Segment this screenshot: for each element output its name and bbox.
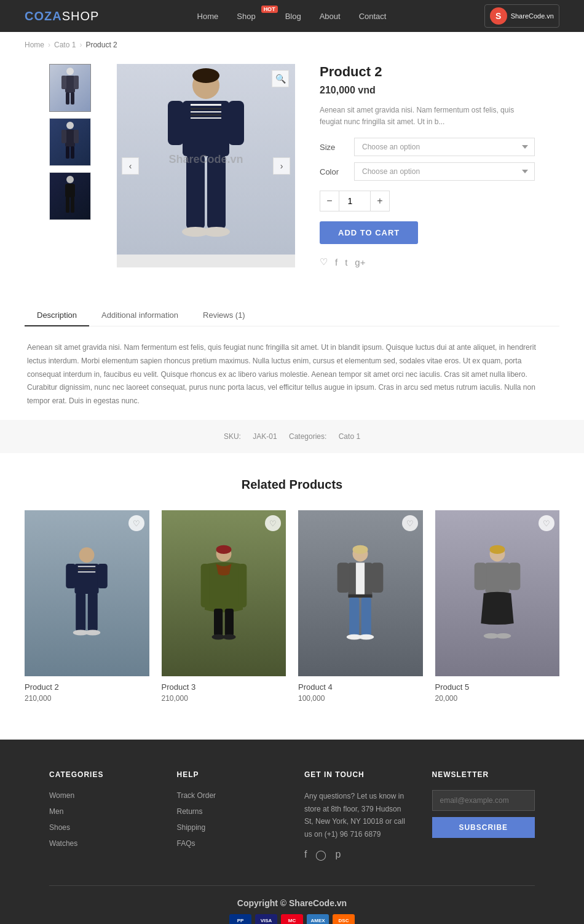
footer-help-track[interactable]: Track Order (177, 791, 216, 800)
quantity-input[interactable] (339, 191, 370, 211)
product-meta: SKU: JAK-01 Categories: Cato 1 (0, 420, 584, 453)
footer-contact: GET IN TOUCH Any questions? Let us know … (304, 770, 408, 861)
svg-point-40 (85, 630, 101, 636)
svg-point-6 (66, 122, 74, 129)
svg-point-59 (359, 634, 374, 640)
payment-paypal-icon: PP (229, 914, 251, 924)
tab-description-content: Aenean sit amet gravida nisi. Nam fermen… (25, 341, 559, 408)
related-product-2[interactable]: ♡ Product 3 210,000 (162, 510, 286, 703)
add-to-cart-button[interactable]: ADD TO CART (320, 221, 418, 244)
footer-cat-women[interactable]: Women (49, 791, 74, 800)
related-product-4[interactable]: ♡ Product 5 20,000 (435, 510, 560, 703)
footer-cat-men[interactable]: Men (49, 807, 63, 816)
svg-rect-31 (75, 564, 99, 594)
footer-cat-shoes[interactable]: Shoes (49, 823, 70, 832)
svg-rect-53 (349, 594, 373, 598)
footer-pinterest-icon[interactable]: p (335, 849, 341, 861)
nav-about[interactable]: About (320, 12, 341, 21)
tab-additional-info[interactable]: Additional information (89, 304, 191, 326)
footer-newsletter: NEWSLETTER SUBSCRIBE (432, 770, 535, 861)
svg-rect-54 (337, 563, 350, 593)
thumbnail-3[interactable] (49, 172, 91, 220)
product-card-image-inner-2 (162, 510, 286, 676)
svg-rect-5 (71, 92, 74, 105)
breadcrumb-home[interactable]: Home (25, 41, 44, 49)
product-info: Product 2 210,000 vnd Aenean sit amet gr… (320, 64, 535, 267)
svg-rect-56 (349, 598, 359, 636)
svg-point-0 (66, 68, 74, 75)
related-product-2-image: ♡ (162, 510, 286, 676)
tab-reviews[interactable]: Reviews (1) (191, 304, 258, 326)
footer-grid: CATEGORIES Women Men Shoes Watches HELP … (49, 770, 535, 861)
svg-rect-57 (361, 598, 371, 636)
svg-rect-3 (74, 76, 79, 89)
related-product-1-price: 210,000 (25, 694, 149, 703)
product-card-image-inner-1 (25, 510, 149, 676)
related-figure-2 (193, 544, 255, 642)
thumbnail-1[interactable] (49, 64, 91, 112)
footer-cat-watches[interactable]: Watches (49, 839, 77, 848)
googleplus-share-icon[interactable]: g+ (355, 257, 365, 267)
svg-point-48 (223, 634, 235, 640)
prev-image-arrow[interactable]: ‹ (122, 157, 139, 175)
size-select[interactable]: Choose an option (354, 138, 535, 156)
site-logo[interactable]: COZASHOP (25, 9, 99, 23)
svg-rect-35 (66, 564, 76, 588)
breadcrumb-cato1[interactable]: Cato 1 (54, 41, 76, 49)
svg-point-12 (66, 176, 74, 183)
product-description: Aenean sit amet gravida nisi. Nam fermen… (320, 105, 535, 128)
footer-help-returns[interactable]: Returns (177, 807, 203, 816)
related-product-4-image: ♡ (435, 510, 560, 676)
nav-blog[interactable]: Blog (285, 12, 301, 21)
payment-amex-icon: AMEX (307, 914, 329, 924)
color-select[interactable]: Choose an option (354, 162, 535, 181)
figure-container-2 (162, 510, 286, 676)
product-title: Product 2 (320, 64, 535, 80)
footer-divider (49, 885, 535, 886)
quantity-decrease[interactable]: − (320, 191, 339, 211)
related-product-3[interactable]: ♡ Product 4 100,000 (298, 510, 423, 703)
related-figure-1 (56, 544, 117, 642)
quantity-increase[interactable]: + (370, 191, 390, 211)
zoom-icon[interactable]: 🔍 (272, 70, 289, 87)
svg-rect-44 (238, 564, 247, 607)
svg-rect-23 (191, 117, 221, 119)
nav-shop[interactable]: Shop HOT (237, 12, 266, 21)
footer-instagram-icon[interactable]: ◯ (315, 849, 326, 861)
related-product-1[interactable]: ♡ Product 2 210,000 (25, 510, 149, 703)
footer-categories: CATEGORIES Women Men Shoes Watches (49, 770, 152, 861)
nav-home[interactable]: Home (197, 12, 219, 21)
svg-rect-37 (76, 593, 85, 631)
facebook-share-icon[interactable]: f (335, 257, 337, 267)
footer-facebook-icon[interactable]: f (304, 849, 307, 861)
svg-rect-19 (191, 104, 221, 106)
related-product-3-name: Product 4 (298, 682, 423, 692)
related-product-4-name: Product 5 (435, 682, 560, 692)
related-product-1-wishlist[interactable]: ♡ (128, 515, 144, 531)
footer-help: HELP Track Order Returns Shipping FAQs (177, 770, 280, 861)
thumbnail-2[interactable] (49, 118, 91, 166)
breadcrumb-current: Product 2 (85, 41, 117, 49)
related-products-grid: ♡ Product 2 210,000 (25, 510, 559, 703)
footer-newsletter-title: NEWSLETTER (432, 770, 535, 779)
svg-rect-20 (191, 108, 221, 109)
sku-label: SKU: (224, 432, 241, 441)
nav-contact[interactable]: Contact (359, 12, 387, 21)
svg-rect-24 (168, 101, 184, 145)
footer-help-faqs[interactable]: FAQs (177, 839, 195, 848)
svg-point-61 (489, 545, 505, 554)
svg-rect-25 (228, 101, 244, 145)
subscribe-button[interactable]: SUBSCRIBE (432, 817, 535, 838)
figure-container-4 (435, 510, 560, 676)
wishlist-icon[interactable]: ♡ (320, 256, 328, 267)
product-card-image-inner-4 (435, 510, 560, 676)
twitter-share-icon[interactable]: t (345, 257, 347, 267)
sharecode-logo-area: S ShareCode.vn (484, 4, 559, 28)
tab-description[interactable]: Description (25, 304, 89, 326)
footer-payment-icons: PP VISA MC AMEX DSC (49, 914, 535, 924)
newsletter-email-input[interactable] (432, 790, 535, 811)
footer-help-shipping[interactable]: Shipping (177, 823, 206, 832)
svg-rect-62 (485, 563, 509, 593)
next-image-arrow[interactable]: › (273, 157, 290, 175)
related-product-3-wishlist[interactable]: ♡ (402, 515, 418, 531)
